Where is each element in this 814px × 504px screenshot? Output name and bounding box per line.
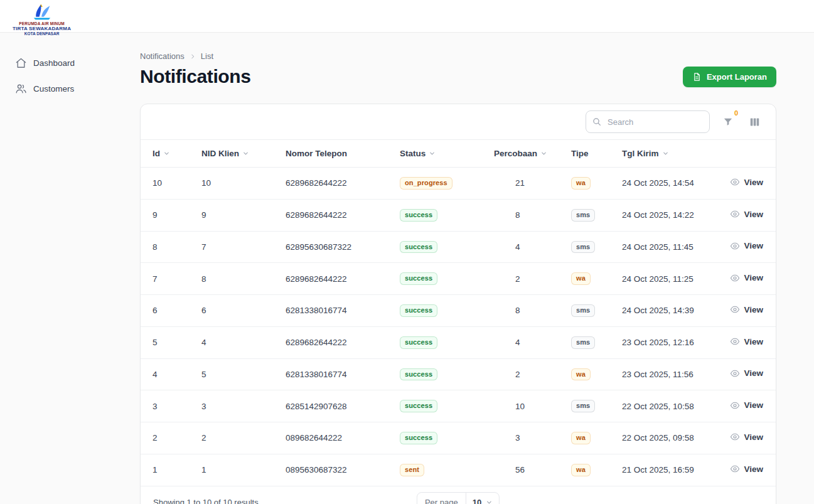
cell-actions: View bbox=[729, 295, 776, 327]
cell-tipe: wa bbox=[571, 422, 622, 454]
cell-tgl-kirim: 24 Oct 2025, 14:54 bbox=[622, 168, 729, 200]
cell-nid-klien: 3 bbox=[201, 390, 286, 422]
breadcrumb-parent[interactable]: Notifications bbox=[140, 51, 185, 61]
users-icon bbox=[15, 83, 27, 95]
cell-id: 9 bbox=[141, 199, 201, 231]
status-badge: success bbox=[400, 368, 437, 381]
status-badge: success bbox=[400, 209, 437, 222]
cell-status: success bbox=[400, 422, 494, 454]
cell-tgl-kirim: 24 Oct 2025, 14:39 bbox=[622, 295, 729, 327]
status-badge: success bbox=[400, 241, 437, 254]
cell-tipe: sms bbox=[571, 199, 622, 231]
search-input[interactable] bbox=[586, 110, 710, 133]
cell-nid-klien: 9 bbox=[201, 199, 286, 231]
cell-percobaan: 4 bbox=[494, 326, 571, 358]
export-laporan-button[interactable]: Export Laporan bbox=[683, 67, 776, 87]
brand-emblem-icon bbox=[29, 2, 55, 21]
cell-nid-klien: 6 bbox=[201, 295, 286, 327]
tipe-badge: sms bbox=[571, 304, 595, 317]
cell-tipe: wa bbox=[571, 263, 622, 295]
cell-percobaan: 2 bbox=[494, 263, 571, 295]
filter-button[interactable]: 0 bbox=[720, 114, 736, 130]
view-button[interactable]: View bbox=[730, 304, 763, 314]
eye-icon bbox=[730, 464, 740, 474]
cell-id: 7 bbox=[141, 263, 201, 295]
table-row: 3 3 6285142907628 success 10 sms 22 Oct … bbox=[141, 390, 776, 422]
eye-icon bbox=[730, 241, 740, 251]
status-badge: success bbox=[400, 432, 437, 444]
view-button[interactable]: View bbox=[730, 432, 763, 442]
cell-nid-klien: 10 bbox=[201, 168, 286, 200]
cell-tipe: wa bbox=[571, 358, 622, 390]
sidebar-item-label: Dashboard bbox=[33, 58, 75, 68]
per-page-label: Per page bbox=[417, 493, 466, 504]
view-button[interactable]: View bbox=[730, 209, 763, 219]
sort-chevron-icon bbox=[242, 150, 249, 157]
table-row: 2 2 089682644222 success 3 wa 22 Oct 202… bbox=[141, 422, 776, 454]
status-badge: success bbox=[400, 304, 437, 317]
cell-nid-klien: 2 bbox=[201, 422, 286, 454]
cell-nid-klien: 5 bbox=[201, 358, 286, 390]
cell-nomor-telepon: 6281338016774 bbox=[286, 295, 400, 327]
topbar: PERUMDA AIR MINUM TIRTA SEWAKADARMA KOTA… bbox=[0, 0, 814, 33]
brand-logo[interactable]: PERUMDA AIR MINUM TIRTA SEWAKADARMA KOTA… bbox=[13, 2, 71, 36]
cell-tipe: sms bbox=[571, 231, 622, 263]
cell-nomor-telepon: 6289682644222 bbox=[286, 263, 400, 295]
cell-nid-klien: 4 bbox=[201, 326, 286, 358]
status-badge: success bbox=[400, 400, 437, 412]
columns-button[interactable] bbox=[746, 114, 763, 131]
per-page-select[interactable]: 10 bbox=[466, 493, 499, 504]
cell-status: sent bbox=[400, 454, 494, 486]
cell-tgl-kirim: 24 Oct 2025, 14:22 bbox=[622, 199, 729, 231]
table-row: 1 1 0895630687322 sent 56 wa 21 Oct 2025… bbox=[141, 454, 776, 486]
view-button[interactable]: View bbox=[730, 368, 763, 378]
page-title: Notifications bbox=[140, 66, 250, 87]
view-button[interactable]: View bbox=[730, 336, 763, 346]
view-button[interactable]: View bbox=[730, 464, 763, 474]
cell-tgl-kirim: 24 Oct 2025, 11:25 bbox=[622, 263, 729, 295]
cell-id: 4 bbox=[141, 358, 201, 390]
cell-tipe: wa bbox=[571, 454, 622, 486]
cell-actions: View bbox=[729, 326, 776, 358]
cell-actions: View bbox=[729, 231, 776, 263]
eye-icon bbox=[730, 304, 740, 314]
main-content: Notifications List Notifications Export … bbox=[140, 33, 814, 504]
column-header-nid-klien[interactable]: NID Klien bbox=[201, 140, 286, 168]
chevron-right-icon bbox=[190, 53, 196, 60]
status-badge: on_progress bbox=[400, 177, 453, 190]
status-badge: sent bbox=[400, 464, 424, 476]
eye-icon bbox=[730, 432, 740, 442]
cell-id: 1 bbox=[141, 454, 201, 486]
cell-actions: View bbox=[729, 358, 776, 390]
sidebar-item-customers[interactable]: Customers bbox=[15, 78, 125, 99]
view-button[interactable]: View bbox=[730, 400, 763, 410]
cell-actions: View bbox=[729, 199, 776, 231]
cell-nid-klien: 1 bbox=[201, 454, 286, 486]
tipe-badge: wa bbox=[571, 368, 591, 381]
table-row: 10 10 6289682644222 on_progress 21 wa 24… bbox=[141, 168, 776, 200]
cell-id: 8 bbox=[141, 231, 201, 263]
column-header-id[interactable]: Id bbox=[141, 140, 201, 168]
column-header-percobaan[interactable]: Percobaan bbox=[494, 140, 571, 168]
sidebar-item-dashboard[interactable]: Dashboard bbox=[15, 53, 125, 73]
cell-percobaan: 3 bbox=[494, 422, 571, 454]
column-header-nomor-telepon: Nomor Telepon bbox=[286, 140, 400, 168]
view-button[interactable]: View bbox=[730, 177, 763, 187]
search-box bbox=[586, 110, 710, 133]
results-summary: Showing 1 to 10 of 10 results bbox=[153, 498, 259, 504]
view-button[interactable]: View bbox=[730, 273, 763, 283]
cell-percobaan: 4 bbox=[494, 231, 571, 263]
view-button[interactable]: View bbox=[730, 241, 763, 251]
columns-icon bbox=[749, 116, 761, 128]
cell-tipe: sms bbox=[571, 390, 622, 422]
cell-status: success bbox=[400, 390, 494, 422]
column-header-tgl-kirim[interactable]: Tgl Kirim bbox=[622, 140, 729, 168]
sort-chevron-icon bbox=[163, 150, 170, 157]
cell-actions: View bbox=[729, 390, 776, 422]
breadcrumb-current: List bbox=[201, 51, 213, 61]
sort-chevron-icon bbox=[429, 150, 436, 157]
table-footer: Showing 1 to 10 of 10 results Per page 1… bbox=[141, 486, 776, 504]
cell-nomor-telepon: 6289682644222 bbox=[286, 168, 400, 200]
eye-icon bbox=[730, 177, 740, 187]
column-header-status[interactable]: Status bbox=[400, 140, 494, 168]
